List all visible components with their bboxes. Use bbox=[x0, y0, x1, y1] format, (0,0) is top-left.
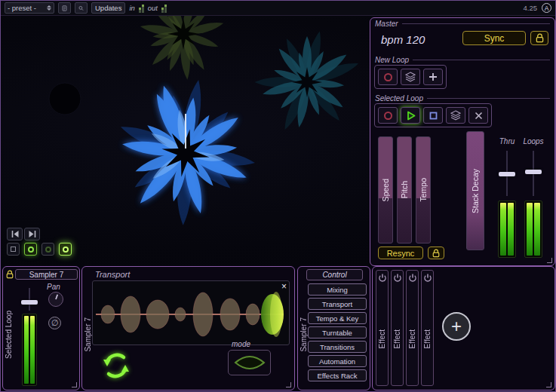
resize-handle[interactable] bbox=[72, 382, 77, 387]
control-button-transitions[interactable]: Transitions bbox=[308, 341, 367, 353]
load-button[interactable] bbox=[58, 2, 71, 14]
updates-button[interactable]: Updates bbox=[91, 2, 125, 14]
control-button-turntable[interactable]: Turntable bbox=[308, 326, 367, 338]
loop-slot-toggle-3[interactable] bbox=[41, 243, 54, 256]
mode-label: mode bbox=[232, 340, 250, 348]
slot-ring-icon bbox=[28, 247, 34, 253]
loop-flower-top[interactable] bbox=[140, 16, 225, 80]
add-loop-button[interactable] bbox=[423, 69, 443, 85]
transport-title: Transport bbox=[95, 270, 130, 279]
effect-slot-3[interactable]: Effect bbox=[406, 270, 419, 386]
badge-letter: A bbox=[545, 5, 549, 12]
document-icon bbox=[62, 4, 67, 13]
loop-slot-toggle-4[interactable] bbox=[59, 243, 72, 256]
control-button-tempo-key[interactable]: Tempo & Key bbox=[308, 312, 367, 324]
resync-lock-button[interactable] bbox=[428, 247, 444, 259]
tempo-slider[interactable]: Tempo bbox=[416, 136, 431, 243]
volume-fader-handle[interactable] bbox=[21, 300, 38, 305]
loops-level-meter bbox=[524, 201, 542, 258]
loop-record-button[interactable] bbox=[378, 107, 398, 124]
search-button[interactable] bbox=[75, 2, 88, 14]
waveform-display[interactable]: × bbox=[92, 280, 290, 345]
loop-flower-selected[interactable] bbox=[118, 78, 256, 225]
thru-fader-handle[interactable] bbox=[499, 172, 515, 176]
speed-slider[interactable]: Speed bbox=[378, 136, 393, 243]
new-loop-box bbox=[374, 65, 447, 89]
top-bar: - preset - Updates in out 4.25 A bbox=[1, 1, 555, 16]
skip-back-icon bbox=[11, 230, 20, 238]
sampler-side-label: Sampler 7 bbox=[84, 317, 92, 352]
loop-slot-toggle-1[interactable] bbox=[7, 243, 20, 256]
stop-icon bbox=[429, 111, 438, 121]
effect-slot-4[interactable]: Effect bbox=[421, 270, 434, 386]
pitch-slider[interactable]: Pitch bbox=[397, 136, 412, 243]
control-panel: Control Sampler 7 Mixing Transport Tempo… bbox=[297, 266, 370, 390]
output-meter-icon bbox=[161, 4, 167, 13]
app-window: - preset - Updates in out 4.25 A bbox=[0, 0, 556, 392]
resync-button[interactable]: Resync bbox=[378, 247, 423, 259]
resize-handle[interactable] bbox=[547, 258, 552, 263]
plus-icon bbox=[429, 72, 438, 81]
bpm-value[interactable]: bpm 120 bbox=[381, 33, 425, 46]
mute-button[interactable]: ∅ bbox=[48, 317, 61, 329]
sync-loop-button[interactable] bbox=[100, 350, 132, 381]
plus-icon: + bbox=[451, 317, 462, 335]
loops-label: Loops bbox=[521, 137, 545, 145]
idle-loop-circle[interactable] bbox=[49, 83, 81, 115]
tempo-slider-label: Tempo bbox=[419, 178, 428, 202]
thru-level-meter bbox=[498, 201, 516, 258]
loop-flower-teal[interactable] bbox=[254, 30, 360, 132]
layers-icon bbox=[405, 72, 416, 82]
preset-select[interactable]: - preset - bbox=[5, 2, 54, 14]
effects-panel: Effect Effect Effect Effect + bbox=[372, 266, 555, 390]
sampler-panel: Sampler 7 Selected Loop Pan ∅ bbox=[2, 266, 80, 390]
close-button[interactable]: × bbox=[281, 281, 287, 292]
loop-stack-button[interactable] bbox=[446, 107, 465, 124]
pan-knob[interactable] bbox=[48, 292, 63, 307]
loop-delete-button[interactable] bbox=[468, 107, 488, 124]
add-effect-button[interactable]: + bbox=[442, 312, 471, 341]
stack-decay-slider[interactable]: Stack Decay bbox=[466, 131, 484, 250]
effect-slot-1[interactable]: Effect bbox=[376, 270, 389, 386]
master-title: Master bbox=[375, 20, 398, 28]
new-loop-record-button[interactable] bbox=[378, 69, 398, 85]
selected-loop-section-head: Selected Loop bbox=[375, 94, 550, 103]
slot-ring-icon bbox=[63, 247, 69, 253]
sync-button[interactable]: Sync bbox=[462, 31, 526, 45]
power-icon[interactable] bbox=[393, 274, 402, 283]
circular-arrows-icon bbox=[101, 351, 131, 381]
sampler-side-label: Selected Loop bbox=[5, 288, 13, 381]
control-title-label: Control bbox=[322, 271, 346, 279]
effect-slot-label: Effect bbox=[408, 329, 416, 348]
control-title: Control bbox=[306, 269, 363, 280]
resize-handle[interactable] bbox=[286, 382, 291, 387]
effect-slot-2[interactable]: Effect bbox=[391, 270, 404, 386]
control-button-effects-rack[interactable]: Effects Rack bbox=[308, 369, 367, 381]
power-icon[interactable] bbox=[423, 274, 432, 283]
record-icon bbox=[383, 111, 393, 121]
loop-play-button[interactable] bbox=[401, 107, 420, 124]
resize-handle[interactable] bbox=[546, 382, 551, 387]
spinner-arrows-icon[interactable] bbox=[47, 5, 51, 11]
skip-forward-icon bbox=[28, 230, 37, 238]
panel-lock-icon[interactable] bbox=[6, 270, 14, 279]
skip-forward-button[interactable] bbox=[24, 228, 40, 240]
thru-label: Thru bbox=[495, 137, 519, 145]
power-icon[interactable] bbox=[408, 274, 417, 283]
control-button-mixing[interactable]: Mixing bbox=[308, 283, 367, 296]
playhead-line bbox=[185, 114, 186, 149]
master-lock-button[interactable] bbox=[530, 31, 548, 45]
skip-back-button[interactable] bbox=[7, 228, 23, 240]
selected-loop-side-label: Selected Loop bbox=[5, 311, 13, 359]
loops-fader-handle[interactable] bbox=[525, 170, 542, 174]
control-button-transport[interactable]: Transport bbox=[308, 298, 367, 310]
mode-button[interactable] bbox=[228, 350, 271, 375]
knob-indicator-icon bbox=[49, 292, 63, 306]
power-icon[interactable] bbox=[378, 274, 387, 283]
loop-slot-toggle-2[interactable] bbox=[24, 243, 37, 256]
effect-slot-label: Effect bbox=[423, 329, 432, 348]
control-button-automation[interactable]: Automation bbox=[308, 355, 367, 367]
loop-stop-button[interactable] bbox=[423, 107, 443, 124]
new-loop-stack-button[interactable] bbox=[401, 69, 420, 85]
account-badge[interactable]: A bbox=[542, 3, 551, 13]
